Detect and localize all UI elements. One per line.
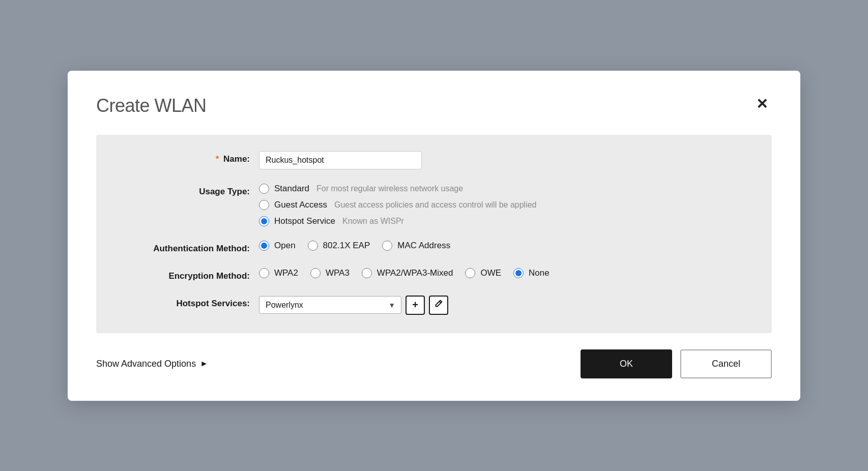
modal-header: Create WLAN ✕ <box>96 95 772 116</box>
name-row: * Name: <box>117 151 751 169</box>
enc-none-label: None <box>529 268 549 278</box>
edit-hotspot-button[interactable] <box>429 296 448 315</box>
usage-guest-radio[interactable] <box>259 200 269 210</box>
enc-wpa3-option[interactable]: WPA3 <box>310 268 350 278</box>
usage-type-radio-group: Standard For most regular wireless netwo… <box>259 184 536 226</box>
auth-eap-radio[interactable] <box>308 241 318 251</box>
arrow-right-icon: ► <box>200 359 208 368</box>
hotspot-services-control-area: Powerlynx ▼ + <box>259 296 751 315</box>
auth-eap-label: 802.1X EAP <box>323 241 370 251</box>
enc-wpa3-label: WPA3 <box>326 268 350 278</box>
encryption-method-label: Encryption Method: <box>117 268 259 281</box>
auth-method-radio-group: Open 802.1X EAP MAC Address <box>259 241 450 251</box>
usage-standard-desc: For most regular wireless network usage <box>316 184 463 193</box>
encryption-radio-group: WPA2 WPA3 WPA2/WPA3-Mixed OWE <box>259 268 549 278</box>
usage-type-label: Usage Type: <box>117 184 259 197</box>
enc-none-option[interactable]: None <box>513 268 549 278</box>
show-advanced-button[interactable]: Show Advanced Options ► <box>96 359 208 369</box>
auth-mac-label: MAC Address <box>397 241 450 251</box>
auth-method-label: Authentication Method: <box>117 241 259 254</box>
enc-wpa2wpa3-radio[interactable] <box>362 268 372 278</box>
enc-owe-option[interactable]: OWE <box>465 268 501 278</box>
usage-standard-radio[interactable] <box>259 184 269 194</box>
usage-standard-option[interactable]: Standard For most regular wireless netwo… <box>259 184 536 194</box>
enc-wpa2wpa3-label: WPA2/WPA3-Mixed <box>377 268 453 278</box>
enc-wpa3-radio[interactable] <box>310 268 321 278</box>
hotspot-services-label: Hotspot Services: <box>117 296 259 309</box>
usage-hotspot-label: Hotspot Service <box>274 216 335 226</box>
hotspot-services-row: Hotspot Services: Powerlynx ▼ + <box>117 296 751 315</box>
usage-hotspot-desc: Known as WISPr <box>342 217 404 226</box>
add-hotspot-button[interactable]: + <box>406 296 425 315</box>
name-control-area <box>259 151 751 169</box>
auth-method-row: Authentication Method: Open 802.1X EAP <box>117 241 751 254</box>
modal-overlay: Create WLAN ✕ * Name: Usage Type: <box>0 0 868 471</box>
show-advanced-label: Show Advanced Options <box>96 359 196 369</box>
auth-method-control-area: Open 802.1X EAP MAC Address <box>259 241 751 251</box>
usage-hotspot-radio[interactable] <box>259 216 269 226</box>
usage-type-control-area: Standard For most regular wireless netwo… <box>259 184 751 226</box>
close-button[interactable]: ✕ <box>752 95 772 113</box>
required-star: * <box>216 154 219 164</box>
usage-guest-option[interactable]: Guest Access Guest access policies and a… <box>259 200 536 210</box>
hotspot-select-group: Powerlynx ▼ + <box>259 296 448 315</box>
enc-wpa2wpa3-option[interactable]: WPA2/WPA3-Mixed <box>362 268 453 278</box>
auth-open-option[interactable]: Open <box>259 241 296 251</box>
usage-guest-desc: Guest access policies and access control… <box>334 200 537 210</box>
usage-standard-label: Standard <box>274 184 309 194</box>
usage-type-row: Usage Type: Standard For most regular wi… <box>117 184 751 226</box>
auth-open-radio[interactable] <box>259 241 269 251</box>
auth-mac-radio[interactable] <box>382 241 392 251</box>
enc-none-radio[interactable] <box>513 268 524 278</box>
auth-mac-option[interactable]: MAC Address <box>382 241 450 251</box>
usage-guest-label: Guest Access <box>274 200 327 210</box>
ok-button[interactable]: OK <box>581 349 672 378</box>
name-input[interactable] <box>259 151 422 169</box>
usage-hotspot-option[interactable]: Hotspot Service Known as WISPr <box>259 216 536 226</box>
modal-footer: Show Advanced Options ► OK Cancel <box>96 349 772 378</box>
plus-icon: + <box>412 299 418 311</box>
enc-owe-label: OWE <box>480 268 501 278</box>
auth-open-label: Open <box>274 241 296 251</box>
encryption-method-control-area: WPA2 WPA3 WPA2/WPA3-Mixed OWE <box>259 268 751 278</box>
enc-wpa2-label: WPA2 <box>274 268 298 278</box>
name-label: * Name: <box>117 151 259 164</box>
hotspot-select[interactable]: Powerlynx <box>259 296 401 314</box>
encryption-method-row: Encryption Method: WPA2 WPA3 <box>117 268 751 281</box>
create-wlan-modal: Create WLAN ✕ * Name: Usage Type: <box>68 71 800 401</box>
hotspot-select-wrapper: Powerlynx ▼ <box>259 296 401 314</box>
enc-wpa2-radio[interactable] <box>259 268 269 278</box>
enc-owe-radio[interactable] <box>465 268 475 278</box>
edit-icon <box>434 299 443 311</box>
footer-buttons: OK Cancel <box>581 349 772 378</box>
modal-title: Create WLAN <box>96 95 207 116</box>
auth-eap-option[interactable]: 802.1X EAP <box>308 241 370 251</box>
form-panel: * Name: Usage Type: Standard For most re… <box>96 135 772 333</box>
cancel-button[interactable]: Cancel <box>680 349 772 378</box>
enc-wpa2-option[interactable]: WPA2 <box>259 268 298 278</box>
